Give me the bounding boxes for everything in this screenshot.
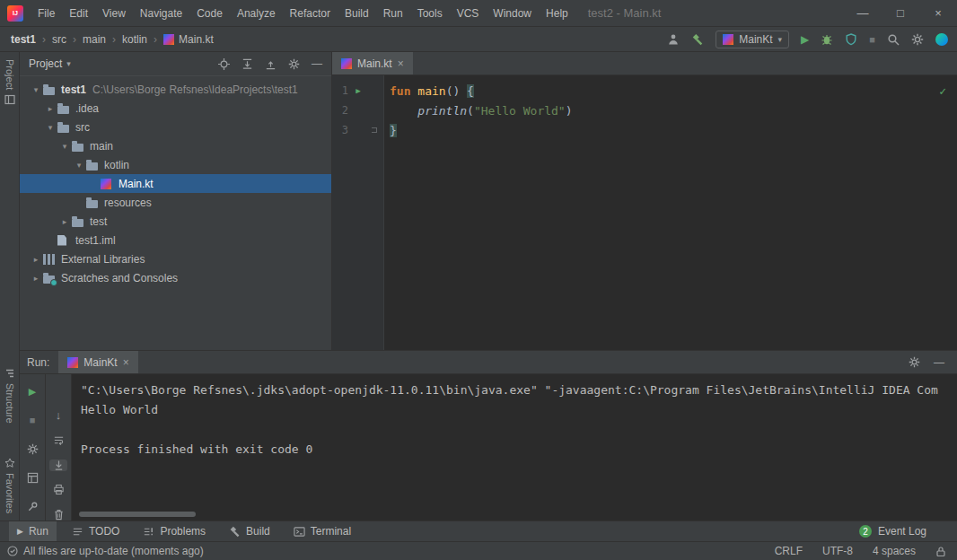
build-project-icon[interactable] [691,33,704,46]
event-log-button[interactable]: 2 Event Log [859,521,948,541]
chevron-collapsed-icon[interactable]: ▸ [29,274,43,283]
run-button[interactable]: ▶ [801,33,809,46]
tree-item-scratches[interactable]: ▸ Scratches and Consoles [20,268,331,287]
chevron-collapsed-icon[interactable]: ▸ [57,217,72,226]
toolbar-tab-run[interactable]: ▶ Run [9,521,57,541]
chevron-expanded-icon[interactable]: ▾ [43,123,57,132]
menu-run[interactable]: Run [376,0,410,27]
stripe-structure-button[interactable]: Structure [0,368,19,424]
chevron-expanded-icon[interactable]: ▾ [29,85,43,94]
tree-item-test1[interactable]: ▾ test1 C:\Users\Borge Refsnes\IdeaProje… [20,80,331,99]
panel-settings-gear-icon[interactable] [288,58,300,70]
minimize-button[interactable]: — [844,0,882,27]
print-console-icon[interactable] [49,484,67,496]
tree-item-test1-iml[interactable]: test1.iml [20,231,331,249]
close-button[interactable]: × [919,0,957,27]
collapse-all-icon[interactable] [265,58,277,70]
collaborate-icon[interactable] [667,33,680,46]
toolbar-tab-todo[interactable]: TODO [64,521,127,541]
menu-tools[interactable]: Tools [410,0,450,27]
restore-layout-icon[interactable] [23,469,41,486]
horizontal-scrollbar[interactable] [79,512,196,517]
hide-panel-icon[interactable]: — [312,59,322,68]
close-tab-icon[interactable]: × [123,356,129,369]
menu-navigate[interactable]: Navigate [133,0,189,27]
breadcrumb-main[interactable]: main [83,33,106,46]
code-content[interactable]: fun main() { println("Hello World") } [384,75,957,350]
stop-button[interactable]: ■ [869,34,875,45]
close-tab-icon[interactable]: × [398,57,404,70]
search-everywhere-icon[interactable] [887,33,900,46]
line-separator-indicator[interactable]: CRLF [775,545,803,557]
status-bar: All files are up-to-date (moments ago) C… [0,541,957,560]
structure-tool-icon [4,368,15,379]
editor-tab-mainkt[interactable]: Main.kt × [332,52,413,74]
readonly-lock-icon[interactable] [935,546,946,557]
tree-item-mainkt-selected[interactable]: Main.kt [20,174,331,193]
soft-wrap-icon[interactable] [49,434,67,447]
project-tree: ▾ test1 C:\Users\Borge Refsnes\IdeaProje… [20,76,331,287]
menu-file[interactable]: File [31,0,62,27]
locate-file-icon[interactable] [218,58,230,70]
menu-view[interactable]: View [95,0,133,27]
project-header-icons: — [218,58,322,70]
encoding-indicator[interactable]: UTF-8 [822,545,853,557]
hide-panel-icon[interactable]: — [934,358,944,367]
down-stacktrace-icon[interactable]: ↓ [49,408,67,422]
menu-edit[interactable]: Edit [62,0,95,27]
tree-item-src[interactable]: ▾ src [20,118,331,136]
run-config-gear-icon[interactable] [23,441,41,457]
settings-gear-icon[interactable] [911,33,924,46]
tree-item-idea[interactable]: ▸ .idea [20,99,331,118]
pin-tab-icon[interactable] [23,498,41,514]
breadcrumb-mainkt[interactable]: Main.kt [163,33,214,46]
tree-item-test[interactable]: ▸ test [20,212,331,231]
inspection-ok-icon[interactable]: ✓ [939,84,946,98]
stop-process-button[interactable]: ■ [23,412,41,428]
chevron-expanded-icon[interactable]: ▾ [72,161,86,170]
stripe-favorites-button[interactable]: Favorites [0,458,19,513]
debug-button[interactable] [821,33,833,46]
menu-window[interactable]: Window [486,0,539,27]
tree-item-external-libraries[interactable]: ▸ External Libraries [20,249,331,268]
editor-body[interactable]: 1 ▶ 2 3 fun main() { println("Hello [332,75,957,350]
status-message[interactable]: All files are up-to-date (moments ago) [23,545,204,557]
menu-refactor[interactable]: Refactor [283,0,338,27]
rerun-button[interactable]: ▶ [23,383,41,399]
fold-marker-icon[interactable] [372,127,377,133]
chevron-expanded-icon[interactable]: ▾ [57,142,72,151]
run-config-combo[interactable]: MainKt ▾ [716,31,789,48]
tree-item-kotlin[interactable]: ▾ kotlin [20,155,331,174]
tree-item-main[interactable]: ▾ main [20,136,331,155]
breadcrumb-test1[interactable]: test1 [11,33,36,46]
run-line-icon[interactable]: ▶ [348,86,368,95]
chevron-collapsed-icon[interactable]: ▸ [43,104,57,113]
menu-build[interactable]: Build [338,0,376,27]
menu-analyze[interactable]: Analyze [230,0,283,27]
run-tab-mainkt[interactable]: MainKt × [58,351,137,373]
stripe-project-button[interactable]: Project [0,59,19,105]
console-output[interactable]: "C:\Users\Borge Refsnes\.jdks\adopt-open… [72,374,957,521]
toolbar-tab-build[interactable]: Build [221,521,278,541]
tree-item-resources[interactable]: resources [20,193,331,212]
menu-help[interactable]: Help [539,0,575,27]
clear-console-icon[interactable] [49,509,67,521]
expand-all-icon[interactable] [241,58,253,70]
toolbar-right: MainKt ▾ ▶ ■ [667,31,948,48]
breadcrumb-kotlin[interactable]: kotlin [122,33,147,46]
code-with-me-icon[interactable] [935,33,948,46]
toolbar-tab-problems[interactable]: Problems [135,521,214,541]
coverage-button[interactable] [845,33,857,46]
toolbar-tab-terminal[interactable]: Terminal [285,521,359,541]
chevron-down-icon[interactable]: ▾ [66,59,71,68]
breadcrumb-src[interactable]: src [52,33,66,46]
menu-code[interactable]: Code [189,0,230,27]
maximize-button[interactable]: □ [882,0,919,27]
chevron-collapsed-icon[interactable]: ▸ [29,255,43,264]
project-panel-title[interactable]: Project [29,57,62,70]
menu-vcs[interactable]: VCS [450,0,487,27]
scroll-to-end-icon[interactable] [49,459,67,472]
run-settings-gear-icon[interactable] [909,356,920,368]
indent-indicator[interactable]: 4 spaces [873,545,916,557]
intellij-window: IJ File Edit View Navigate Code Analyze … [0,0,957,560]
